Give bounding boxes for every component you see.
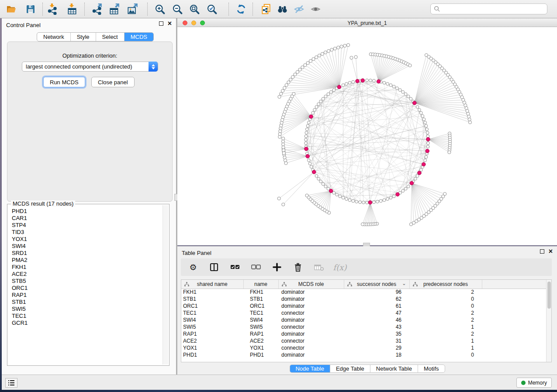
table-row[interactable]: STB1STB1dominator620 bbox=[181, 296, 547, 303]
first-neighbors-button[interactable] bbox=[274, 2, 290, 17]
show-columns-button[interactable] bbox=[209, 261, 219, 273]
node-table: shared namenameMCDS rolesuccessor nodes⌄… bbox=[181, 279, 552, 362]
toolbar-separator bbox=[253, 3, 253, 16]
column-header-predecessor-nodes[interactable]: predecessor nodes bbox=[409, 280, 482, 289]
attribute-type-icon bbox=[184, 282, 189, 287]
hide-selected-button[interactable] bbox=[291, 2, 307, 17]
column-header-name[interactable]: name bbox=[243, 280, 278, 289]
control-panel: Control Panel × Network Style Select MCD… bbox=[2, 18, 176, 375]
column-header-shared-name[interactable]: shared name bbox=[181, 280, 243, 289]
tab-motifs[interactable]: Motifs bbox=[418, 365, 445, 372]
binoculars-icon bbox=[277, 3, 288, 15]
table-row[interactable]: PHD1PHD1dominator180 bbox=[181, 351, 547, 358]
export-table-icon bbox=[109, 3, 120, 15]
mcds-result-list: PHD1CAR1STP4TID3YOX1SWI4SRD1PMA2FKH1ACE2… bbox=[8, 205, 163, 364]
search-input[interactable] bbox=[440, 5, 547, 14]
mcds-result-item[interactable]: PMA2 bbox=[8, 257, 163, 264]
zoom-in-button[interactable] bbox=[152, 2, 168, 17]
tab-select[interactable]: Select bbox=[96, 33, 125, 41]
create-column-button[interactable] bbox=[272, 261, 282, 273]
mcds-result-item[interactable]: FKH1 bbox=[8, 264, 163, 271]
window-minimize-icon[interactable] bbox=[191, 21, 196, 25]
import-network-from-file-button[interactable] bbox=[45, 2, 60, 17]
column-header-filler bbox=[482, 280, 547, 289]
close-panel-button[interactable]: Close panel bbox=[91, 77, 135, 87]
checked-boxes-icon bbox=[230, 264, 240, 270]
run-mcds-button[interactable]: Run MCDS bbox=[43, 77, 85, 87]
mcds-result-item[interactable]: STB5 bbox=[8, 278, 163, 285]
window-maximize-icon[interactable] bbox=[200, 21, 205, 25]
column-header-MCDS-role[interactable]: MCDS role bbox=[278, 280, 344, 289]
table-row[interactable]: YOX1YOX1connector291 bbox=[181, 344, 547, 351]
control-panel-header: Control Panel × bbox=[2, 18, 176, 31]
table-scrollbar[interactable] bbox=[546, 280, 551, 362]
mcds-result-item[interactable]: GCR1 bbox=[8, 320, 163, 327]
sort-chevron-icon[interactable]: ⌄ bbox=[402, 281, 406, 286]
search-field[interactable] bbox=[430, 3, 547, 14]
close-panel-icon[interactable]: × bbox=[168, 21, 172, 26]
optimization-criterion-select[interactable]: largest connected component (undirected) bbox=[22, 62, 158, 72]
unselect-all-columns-button[interactable] bbox=[251, 261, 261, 273]
tab-edge-table[interactable]: Edge Table bbox=[330, 365, 370, 372]
tab-style[interactable]: Style bbox=[71, 33, 96, 41]
float-panel-icon[interactable] bbox=[159, 21, 163, 26]
window-close-icon[interactable] bbox=[183, 21, 187, 25]
mcds-result-item[interactable]: STB1 bbox=[8, 299, 163, 306]
close-table-panel-icon[interactable]: × bbox=[549, 249, 553, 254]
table-row[interactable]: ACE2ACE2connector311 bbox=[181, 337, 547, 344]
mcds-result-item[interactable]: TEC1 bbox=[8, 313, 163, 320]
table-scrollbar-thumb[interactable] bbox=[547, 282, 551, 309]
select-all-columns-button[interactable] bbox=[230, 261, 240, 273]
tab-network-table[interactable]: Network Table bbox=[370, 365, 418, 372]
mcds-result-item[interactable]: TID3 bbox=[8, 229, 163, 236]
import-table-from-file-button[interactable] bbox=[64, 2, 80, 17]
export-network-button[interactable] bbox=[89, 2, 105, 17]
table-row[interactable]: RAP1RAP1dominator352 bbox=[181, 330, 547, 337]
show-all-button[interactable] bbox=[308, 2, 323, 17]
tab-node-table[interactable]: Node Table bbox=[290, 365, 330, 372]
task-list-icon bbox=[8, 380, 15, 386]
table-row[interactable]: ORC1ORC1dominator610 bbox=[181, 303, 547, 309]
mcds-result-item[interactable]: PHD1 bbox=[8, 208, 163, 215]
zoom-fit-content-button[interactable] bbox=[187, 2, 202, 17]
mcds-result-item[interactable]: ORC1 bbox=[8, 285, 163, 292]
table-row[interactable]: SWI4SWI4dominator462 bbox=[181, 316, 547, 323]
table-options-gear-button[interactable]: ⚙ bbox=[188, 261, 198, 273]
mcds-result-item[interactable]: STP4 bbox=[8, 222, 163, 229]
network-view-window: YPA_prune.txt_1 bbox=[177, 18, 557, 245]
memory-button[interactable]: Memory bbox=[516, 378, 552, 388]
network-window-title: YPA_prune.txt_1 bbox=[177, 18, 557, 26]
export-image-button[interactable] bbox=[125, 2, 140, 17]
open-file-button[interactable] bbox=[3, 2, 19, 17]
zoom-in-icon bbox=[155, 4, 166, 15]
desktop-wallpaper-bottom bbox=[0, 390, 557, 392]
mcds-result-item[interactable]: ACE2 bbox=[8, 271, 163, 278]
tab-mcds[interactable]: MCDS bbox=[125, 33, 153, 41]
optimization-criterion-label: Optimization criterion: bbox=[7, 52, 172, 59]
network-canvas[interactable] bbox=[177, 27, 557, 245]
table-row[interactable]: TEC1TEC1connector472 bbox=[181, 309, 547, 316]
apply-preferred-layout-button[interactable] bbox=[233, 2, 249, 17]
zoom-selected-region-button[interactable] bbox=[204, 2, 220, 17]
mcds-result-item[interactable]: SWI5 bbox=[8, 306, 163, 313]
zoom-out-button[interactable] bbox=[170, 2, 185, 17]
mcds-result-item[interactable]: RAP1 bbox=[8, 292, 163, 299]
mcds-list-scrollbar[interactable] bbox=[163, 205, 168, 364]
mcds-result-item[interactable]: SRD1 bbox=[8, 250, 163, 257]
delete-columns-button[interactable] bbox=[293, 261, 303, 273]
tab-network[interactable]: Network bbox=[37, 33, 71, 41]
export-image-icon bbox=[127, 3, 138, 15]
mcds-result-item[interactable]: CAR1 bbox=[8, 215, 163, 222]
table-row[interactable]: SWI5SWI5connector431 bbox=[181, 323, 547, 330]
clone-network-button[interactable] bbox=[258, 2, 274, 17]
export-table-button[interactable] bbox=[107, 2, 122, 17]
zoom-selected-icon bbox=[207, 4, 218, 15]
task-history-button[interactable] bbox=[5, 378, 17, 388]
table-row[interactable]: FKH1FKH1dominator962 bbox=[181, 289, 547, 296]
column-header-successor-nodes[interactable]: successor nodes⌄ bbox=[344, 280, 409, 289]
save-session-button[interactable] bbox=[23, 2, 38, 17]
mcds-result-item[interactable]: SWI4 bbox=[8, 243, 163, 250]
toolbar-separator bbox=[42, 3, 43, 16]
float-table-panel-icon[interactable] bbox=[540, 249, 544, 254]
mcds-result-item[interactable]: YOX1 bbox=[8, 236, 163, 243]
